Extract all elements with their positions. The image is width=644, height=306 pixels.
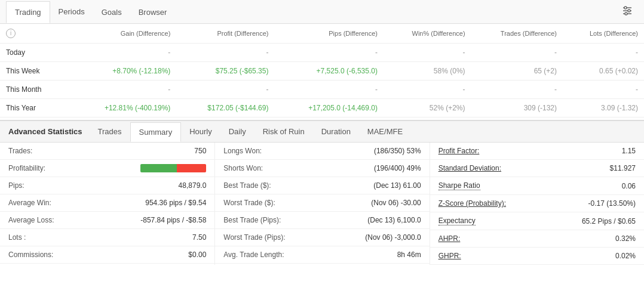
tab-browser[interactable]: Browser [130,2,176,23]
adv-tab-trades[interactable]: Trades [90,122,130,141]
stat-label: Longs Won: [223,147,262,155]
stats-col-3: Profit Factor: 1.15 Standard Deviation: … [430,143,644,265]
table-row: Today - - - - - - [0,44,644,62]
col-gain: Gain (Difference) [72,24,176,44]
stats-col-2: Longs Won: (186/350) 53% Shorts Won: (19… [214,143,429,265]
row-lots: 0.65 (+0.02) [563,62,644,81]
summary-table: i Gain (Difference) Profit (Difference) … [0,24,644,118]
stat-value: (Nov 06) -3,000.0 [365,233,421,242]
row-label: This Month [0,81,72,99]
stat-label[interactable]: GHPR: [438,252,461,260]
profitability-bar [140,164,206,172]
stat-row: Average Win: 954.36 pips / $9.54 [0,194,214,212]
stats-grid: Trades: 750 Profitability: Pips: 48,879.… [0,143,644,265]
stat-row: Lots : 7.50 [0,229,214,246]
stat-row: Worst Trade ($): (Nov 06) -30.00 [215,194,429,212]
adv-tab-duration[interactable]: Duration [313,122,359,141]
stat-label: Lots : [8,233,26,242]
stat-row: Sharpe Ratio 0.06 [430,177,644,195]
row-label: Today [0,44,72,62]
row-pips: +7,525.0 (-6,535.0) [274,62,384,81]
stat-row: Best Trade (Pips): (Dec 13) 6,100.0 [215,212,429,229]
tab-trading[interactable]: Trading [6,1,50,23]
stat-row: Best Trade ($): (Dec 13) 61.00 [215,177,429,194]
svg-point-5 [625,13,627,15]
row-gain: +12.81% (-400.19%) [72,99,176,118]
advanced-statistics-section: Advanced Statistics Trades Summary Hourl… [0,120,644,265]
stat-row: Pips: 48,879.0 [0,177,214,194]
stat-row: Profitability: [0,160,214,177]
stat-row: Longs Won: (186/350) 53% [215,143,429,160]
stat-label: Average Win: [8,199,51,207]
adv-tab-mae-mfe[interactable]: MAE/MFE [359,122,411,141]
row-trades: - [471,81,563,99]
stat-label: Worst Trade ($): [223,199,275,207]
stat-label[interactable]: Expectancy [438,217,476,225]
stat-value: (196/400) 49% [374,164,421,172]
row-trades: 65 (+2) [471,62,563,81]
settings-icon[interactable] [617,0,638,23]
stat-label[interactable]: Profit Factor: [438,147,480,155]
col-profit: Profit (Difference) [176,24,274,44]
stat-value: (Nov 06) -30.00 [371,199,421,207]
stat-value: -857.84 pips / -$8.58 [140,216,206,224]
stat-value: (Dec 13) 6,100.0 [367,216,421,224]
table-row: This Year +12.81% (-400.19%) $172.05 (-$… [0,99,644,118]
stat-value: 0.32% [615,234,636,243]
stat-label[interactable]: AHPR: [438,234,461,243]
stat-value: 1.15 [622,147,636,155]
adv-tab-summary[interactable]: Summary [130,122,182,142]
adv-tab-risk-of-ruin[interactable]: Risk of Ruin [254,122,313,141]
table-row: This Week +8.70% (-12.18%) $75.25 (-$65.… [0,62,644,81]
adv-stats-title: Advanced Statistics [6,121,90,142]
col-lots: Lots (Difference) [563,24,644,44]
adv-tabs-bar: Advanced Statistics Trades Summary Hourl… [0,121,644,143]
tab-periods[interactable]: Periods [50,1,93,22]
stat-value: 8h 46m [397,251,421,259]
stat-value: 0.02% [615,252,636,260]
svg-point-4 [628,10,630,12]
stat-label: Best Trade (Pips): [223,216,281,224]
profit-bar-green [140,164,177,172]
stat-row: Expectancy 65.2 Pips / $0.65 [430,212,644,230]
row-gain: - [72,44,176,62]
adv-tab-daily[interactable]: Daily [220,122,254,141]
stat-value: (186/350) 53% [374,147,421,155]
col-pips: Pips (Difference) [274,24,384,44]
stat-row: Average Loss: -857.84 pips / -$8.58 [0,212,214,229]
row-profit: $172.05 (-$144.69) [176,99,274,118]
row-profit: - [176,44,274,62]
stat-row: GHPR: 0.02% [430,248,644,265]
stat-value: 7.50 [192,233,206,242]
table-row: This Month - - - - - - [0,81,644,99]
row-trades: - [471,44,563,62]
stat-label[interactable]: Z-Score (Probability): [438,199,506,208]
stat-label: Pips: [8,181,24,190]
row-lots: - [563,44,644,62]
stat-value: $0.00 [188,251,206,259]
row-lots: - [563,81,644,99]
profit-bar-red [177,164,207,172]
row-pips: - [274,81,384,99]
row-gain: - [72,81,176,99]
stat-value: 0.06 [622,182,636,190]
stats-col-1: Trades: 750 Profitability: Pips: 48,879.… [0,143,214,265]
svg-point-3 [624,7,627,9]
stat-label: Trades: [8,147,32,155]
stat-label: Shorts Won: [223,164,263,172]
row-win: 58% (0%) [384,62,471,81]
stat-row: Shorts Won: (196/400) 49% [215,160,429,177]
row-win: - [384,81,471,99]
stat-row: Profit Factor: 1.15 [430,143,644,160]
stat-label: Average Loss: [8,216,54,224]
row-trades: 309 (-132) [471,99,563,118]
stat-value: $11.927 [610,164,636,172]
stat-label: Best Trade ($): [223,181,271,190]
stat-label[interactable]: Sharpe Ratio [438,181,480,190]
stat-label[interactable]: Standard Deviation: [438,164,501,172]
tab-goals[interactable]: Goals [93,2,130,23]
info-icon[interactable]: i [6,29,16,38]
row-lots: 3.09 (-1.32) [563,99,644,118]
stat-row: Z-Score (Probability): -0.17 (13.50%) [430,195,644,212]
adv-tab-hourly[interactable]: Hourly [181,122,220,141]
